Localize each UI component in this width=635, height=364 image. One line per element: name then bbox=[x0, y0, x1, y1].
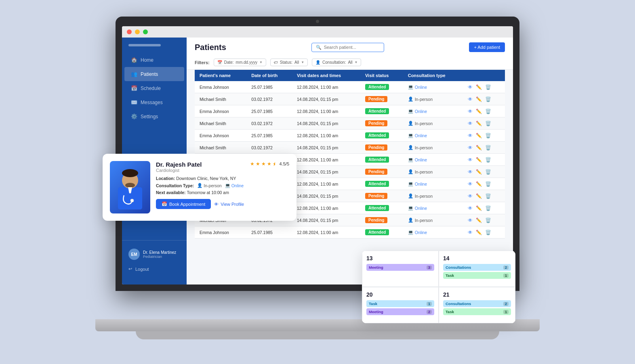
delete-icon[interactable]: 🗑️ bbox=[485, 109, 491, 114]
patient-status: Pending bbox=[360, 93, 403, 105]
delete-icon[interactable]: 🗑️ bbox=[485, 157, 491, 163]
calendar-cell[interactable]: 14 Consultations 2 Task 1 bbox=[439, 251, 515, 287]
cal-day-number: 20 bbox=[366, 291, 434, 298]
patient-type: 💻Online bbox=[403, 105, 463, 117]
online-type: 💻Online bbox=[408, 84, 458, 90]
date-filter[interactable]: 📅 Date: mm.dd.yyyy ▼ bbox=[214, 59, 266, 66]
delete-icon[interactable]: 🗑️ bbox=[485, 84, 491, 90]
svg-point-3 bbox=[125, 183, 135, 188]
patient-type: 💻Online bbox=[403, 154, 463, 166]
view-icon[interactable]: 👁 bbox=[468, 109, 473, 114]
edit-icon[interactable]: ✏️ bbox=[476, 145, 482, 151]
edit-icon[interactable]: ✏️ bbox=[476, 121, 482, 126]
edit-icon[interactable]: ✏️ bbox=[476, 96, 482, 102]
doctor-name: Dr. Rajesh Patel bbox=[156, 161, 202, 168]
view-icon[interactable]: 👁 bbox=[468, 84, 473, 90]
home-icon: 🏠 bbox=[131, 57, 137, 63]
row-actions: 👁 ✏️ 🗑️ bbox=[463, 190, 505, 202]
search-icon: 🔍 bbox=[316, 45, 322, 50]
table-row: Michael Smith 03.02.1972 14.08.2024, 01:… bbox=[195, 93, 505, 105]
delete-icon[interactable]: 🗑️ bbox=[485, 145, 491, 151]
edit-icon[interactable]: ✏️ bbox=[476, 205, 482, 211]
edit-icon[interactable]: ✏️ bbox=[476, 157, 482, 163]
sidebar-item-home[interactable]: 🏠 Home bbox=[124, 53, 184, 67]
view-icon[interactable]: 👁 bbox=[468, 145, 473, 151]
view-icon[interactable]: 👁 bbox=[468, 157, 473, 163]
delete-icon[interactable]: 🗑️ bbox=[485, 193, 491, 199]
patient-status: Attended bbox=[360, 178, 403, 190]
view-icon[interactable]: 👁 bbox=[468, 218, 473, 223]
search-input[interactable] bbox=[324, 45, 372, 50]
table-row: Michael Smith 03.02.1972 14.08.2024, 01:… bbox=[195, 117, 505, 130]
patient-visit: 12.08.2024, 11:00 am bbox=[292, 81, 360, 93]
view-icon[interactable]: 👁 bbox=[468, 96, 473, 102]
edit-icon[interactable]: ✏️ bbox=[476, 218, 482, 223]
view-icon[interactable]: 👁 bbox=[468, 133, 473, 138]
patient-type: 👤In-person bbox=[403, 190, 463, 202]
minimize-button[interactable] bbox=[135, 29, 140, 34]
edit-icon[interactable]: ✏️ bbox=[476, 169, 482, 175]
patient-visit: 12.08.2024, 11:00 am bbox=[292, 154, 360, 166]
delete-icon[interactable]: 🗑️ bbox=[485, 96, 491, 102]
doctor-avatar bbox=[114, 165, 146, 209]
patient-dob: 25.07.1985 bbox=[246, 105, 292, 117]
sidebar-item-settings[interactable]: ⚙️ Settings bbox=[124, 109, 184, 123]
next-available-row: Next available: Tomorrow at 10:00 am bbox=[156, 190, 289, 195]
main-header: Patients 🔍 + Add patient bbox=[187, 38, 513, 55]
maximize-button[interactable] bbox=[143, 29, 148, 34]
close-button[interactable] bbox=[127, 29, 132, 34]
search-box[interactable]: 🔍 bbox=[311, 43, 384, 52]
edit-icon[interactable]: ✏️ bbox=[476, 181, 482, 187]
delete-icon[interactable]: 🗑️ bbox=[485, 133, 491, 138]
edit-icon[interactable]: ✏️ bbox=[476, 133, 482, 138]
camera bbox=[316, 20, 319, 23]
edit-icon[interactable]: ✏️ bbox=[476, 193, 482, 199]
calendar-cell[interactable]: 21 Consultations 2 Task 1 bbox=[439, 287, 515, 323]
row-actions: 👁 ✏️ 🗑️ bbox=[463, 117, 505, 130]
online-type: 💻Online bbox=[408, 109, 458, 114]
edit-icon[interactable]: ✏️ bbox=[476, 230, 482, 235]
sidebar-item-messages[interactable]: ✉️ Messages bbox=[124, 95, 184, 109]
delete-icon[interactable]: 🗑️ bbox=[485, 218, 491, 223]
col-type: Consultation type bbox=[403, 70, 463, 81]
status-filter[interactable]: 🏷 Status: All ▼ bbox=[270, 59, 308, 66]
online-icon: 💻 bbox=[225, 183, 230, 188]
view-icon[interactable]: 👁 bbox=[468, 205, 473, 211]
delete-icon[interactable]: 🗑️ bbox=[485, 205, 491, 211]
calendar-cell[interactable]: 20 Task 1 Meeting 2 bbox=[362, 287, 439, 323]
add-patient-button[interactable]: + Add patient bbox=[469, 42, 505, 52]
delete-icon[interactable]: 🗑️ bbox=[485, 121, 491, 126]
filters-bar: Filters: 📅 Date: mm.dd.yyyy ▼ 🏷 Status: … bbox=[187, 55, 513, 70]
consultation-type-row: Consultation Type: 👤 In-person 💻 Online bbox=[156, 183, 289, 188]
patient-visit: 12.08.2024, 11:00 am bbox=[292, 226, 360, 238]
view-icon[interactable]: 👁 bbox=[468, 230, 473, 235]
sidebar-item-patients[interactable]: 👥 Patients bbox=[124, 67, 184, 81]
laptop-foot bbox=[136, 331, 499, 339]
title-bar bbox=[122, 26, 513, 38]
logout-button[interactable]: ↩ Logout bbox=[122, 263, 187, 275]
view-icon[interactable]: 👁 bbox=[468, 121, 473, 126]
edit-icon[interactable]: ✏️ bbox=[476, 109, 482, 114]
book-appointment-button[interactable]: 📅 Book Appointment bbox=[156, 199, 211, 209]
row-actions: 👁 ✏️ 🗑️ bbox=[463, 93, 505, 105]
calendar-cell[interactable]: 13 Meeting 3 bbox=[362, 251, 439, 287]
sidebar-item-schedule[interactable]: 📅 Schedule bbox=[124, 81, 184, 95]
view-icon[interactable]: 👁 bbox=[468, 169, 473, 175]
delete-icon[interactable]: 🗑️ bbox=[485, 169, 491, 175]
patient-type: 👤In-person bbox=[403, 166, 463, 178]
row-actions: 👁 ✏️ 🗑️ bbox=[463, 81, 505, 93]
view-icon[interactable]: 👁 bbox=[468, 193, 473, 199]
delete-icon[interactable]: 🗑️ bbox=[485, 230, 491, 235]
patient-status: Attended bbox=[360, 105, 403, 117]
edit-icon[interactable]: ✏️ bbox=[476, 84, 482, 90]
view-icon[interactable]: 👁 bbox=[468, 181, 473, 187]
person-icon: 👤 bbox=[197, 183, 202, 188]
table-row: Michael Smith 03.02.1972 14.08.2024, 01:… bbox=[195, 142, 505, 154]
delete-icon[interactable]: 🗑️ bbox=[485, 181, 491, 187]
online-type: 💻Online bbox=[408, 230, 458, 235]
consultation-filter[interactable]: 👤 Consultation: All ▼ bbox=[312, 59, 361, 66]
col-name: Patient's name bbox=[195, 70, 246, 81]
view-profile-button[interactable]: 👁 View Profile bbox=[214, 199, 244, 209]
calendar-icon: 📅 bbox=[217, 60, 222, 65]
settings-icon: ⚙️ bbox=[131, 113, 137, 119]
